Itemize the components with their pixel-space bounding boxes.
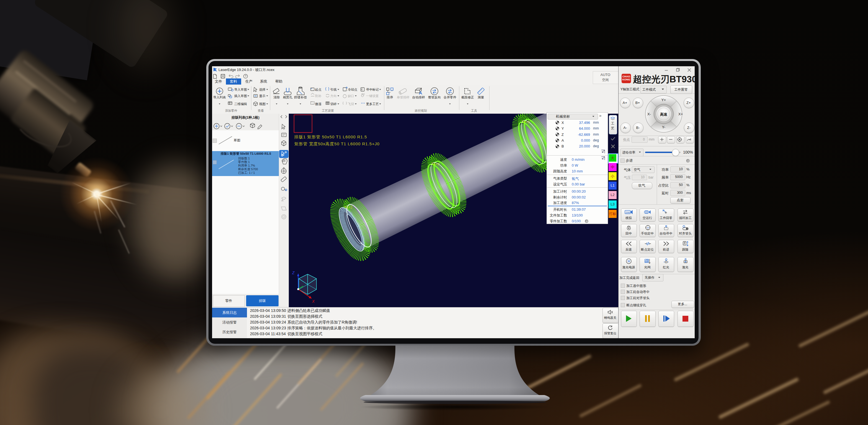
svg-text:M: M bbox=[647, 227, 649, 229]
svg-text:Z: Z bbox=[292, 271, 294, 275]
svg-text:T1+2: T1+2 bbox=[344, 205, 352, 209]
svg-text:T5+2: T5+2 bbox=[521, 120, 530, 124]
svg-text:?: ? bbox=[245, 75, 246, 78]
svg-text:T3+2: T3+2 bbox=[431, 162, 439, 166]
svg-text:X: X bbox=[312, 299, 315, 304]
svg-text:SIM: SIM bbox=[625, 211, 630, 214]
svg-text:W: W bbox=[627, 260, 630, 263]
